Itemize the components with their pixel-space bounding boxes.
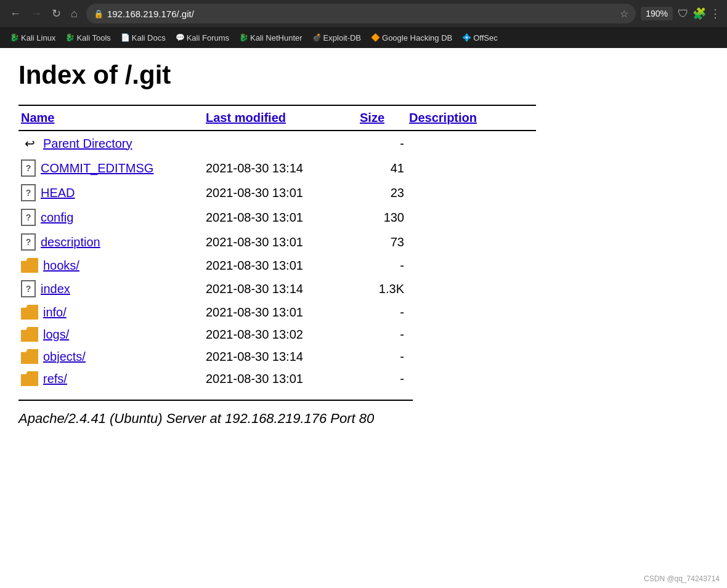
td-name-10: refs/	[18, 368, 203, 390]
bookmark-favicon-kali-tools: 🐉	[65, 33, 74, 42]
td-size-9: -	[357, 345, 407, 368]
td-modified-2: 2021-08-30 13:01	[203, 180, 357, 205]
bookmark-item-kali-docs[interactable]: 📄Kali Docs	[117, 32, 169, 44]
shield-button[interactable]: 🛡	[678, 7, 689, 20]
back-button[interactable]: ←	[6, 6, 25, 22]
entry-link-6[interactable]: index	[41, 282, 70, 296]
td-name-9: objects/	[18, 345, 203, 368]
file-icon	[21, 159, 36, 177]
td-desc-1	[407, 156, 536, 180]
bookmark-favicon-kali-linux: 🐉	[10, 33, 18, 42]
folder-icon	[21, 349, 38, 364]
toolbar-right: 🛡 🧩 ⋮	[678, 7, 721, 20]
bookmark-favicon-kali-nethunter: 🐉	[239, 33, 248, 42]
td-size-1: 41	[357, 156, 407, 180]
zoom-badge: 190%	[641, 7, 673, 20]
col-name: Name	[18, 105, 203, 131]
table-row: ↩ Parent Directory -	[18, 131, 536, 156]
entry-link-5[interactable]: hooks/	[43, 259, 79, 273]
td-size-2: 23	[357, 180, 407, 205]
bookmark-item-kali-nethunter[interactable]: 🐉Kali NetHunter	[235, 32, 306, 44]
table-row: description 2021-08-30 13:01 73	[18, 230, 536, 254]
entry-link-8[interactable]: logs/	[43, 328, 69, 342]
td-size-7: -	[357, 301, 407, 323]
table-row: HEAD 2021-08-30 13:01 23	[18, 180, 536, 205]
td-modified-3: 2021-08-30 13:01	[203, 205, 357, 230]
td-size-3: 130	[357, 205, 407, 230]
entry-link-0[interactable]: Parent Directory	[43, 137, 132, 151]
td-desc-2	[407, 180, 536, 205]
bookmark-favicon-exploit-db: 💣	[312, 33, 321, 42]
file-icon	[21, 184, 36, 201]
bookmark-label-offsec: OffSec	[473, 33, 498, 42]
table-row: index 2021-08-30 13:14 1.3K	[18, 276, 536, 301]
directory-table: Name Last modified Size Description ↩ Pa…	[18, 105, 536, 390]
parent-icon: ↩	[21, 135, 38, 152]
td-desc-3	[407, 205, 536, 230]
folder-icon	[21, 371, 38, 386]
td-desc-4	[407, 230, 536, 254]
bookmark-item-offsec[interactable]: 💠OffSec	[458, 32, 502, 44]
file-icon	[21, 209, 36, 226]
td-modified-4: 2021-08-30 13:01	[203, 230, 357, 254]
entry-link-9[interactable]: objects/	[43, 350, 86, 364]
td-name-7: info/	[18, 301, 203, 323]
td-name-8: logs/	[18, 323, 203, 345]
td-desc-5	[407, 254, 536, 276]
address-input[interactable]	[107, 9, 616, 19]
td-desc-9	[407, 345, 536, 368]
bookmark-star-button[interactable]: ☆	[620, 8, 628, 20]
bookmark-item-google-hacking-db[interactable]: 🔶Google Hacking DB	[367, 32, 456, 44]
td-size-5: -	[357, 254, 407, 276]
td-desc-10	[407, 368, 536, 390]
bookmark-label-exploit-db: Exploit-DB	[323, 33, 361, 42]
td-name-2: HEAD	[18, 180, 203, 205]
entry-link-7[interactable]: info/	[43, 305, 67, 320]
col-name-link[interactable]: Name	[21, 111, 54, 124]
td-size-4: 73	[357, 230, 407, 254]
entry-link-2[interactable]: HEAD	[41, 186, 75, 200]
folder-icon	[21, 327, 38, 342]
table-row: hooks/ 2021-08-30 13:01 -	[18, 254, 536, 276]
entry-link-3[interactable]: config	[41, 211, 73, 225]
bookmark-favicon-offsec: 💠	[462, 33, 471, 42]
home-button[interactable]: ⌂	[67, 6, 81, 22]
file-icon	[21, 233, 36, 251]
td-name-5: hooks/	[18, 254, 203, 276]
td-modified-8: 2021-08-30 13:02	[203, 323, 357, 345]
td-name-4: description	[18, 230, 203, 254]
folder-icon	[21, 258, 38, 273]
bookmark-label-google-hacking-db: Google Hacking DB	[382, 33, 452, 42]
col-modified: Last modified	[203, 105, 357, 131]
td-desc-0	[407, 131, 536, 156]
forward-button[interactable]: →	[27, 6, 46, 22]
bookmark-label-kali-linux: Kali Linux	[21, 33, 55, 42]
bookmark-item-kali-linux[interactable]: 🐉Kali Linux	[6, 32, 59, 44]
td-desc-6	[407, 276, 536, 301]
entry-link-10[interactable]: refs/	[43, 372, 67, 386]
bookmark-item-kali-tools[interactable]: 🐉Kali Tools	[62, 32, 114, 44]
td-modified-5: 2021-08-30 13:01	[203, 254, 357, 276]
bookmark-label-kali-docs: Kali Docs	[132, 33, 166, 42]
bookmark-item-kali-forums[interactable]: 💬Kali Forums	[172, 32, 233, 44]
td-name-3: config	[18, 205, 203, 230]
reload-button[interactable]: ↻	[48, 6, 65, 22]
entry-link-4[interactable]: description	[41, 235, 100, 249]
col-desc-link[interactable]: Description	[409, 111, 477, 124]
td-name-6: index	[18, 276, 203, 301]
bookmark-favicon-kali-docs: 📄	[121, 33, 129, 42]
td-modified-7: 2021-08-30 13:01	[203, 301, 357, 323]
bookmark-item-exploit-db[interactable]: 💣Exploit-DB	[309, 32, 365, 44]
menu-button[interactable]: ⋮	[710, 7, 721, 20]
td-name-0: ↩ Parent Directory	[18, 131, 203, 156]
entry-link-1[interactable]: COMMIT_EDITMSG	[41, 161, 153, 175]
bookmark-favicon-kali-forums: 💬	[176, 33, 184, 42]
col-modified-link[interactable]: Last modified	[206, 111, 286, 124]
td-modified-6: 2021-08-30 13:14	[203, 276, 357, 301]
col-size-link[interactable]: Size	[360, 111, 384, 124]
bookmark-label-kali-forums: Kali Forums	[187, 33, 229, 42]
table-row: logs/ 2021-08-30 13:02 -	[18, 323, 536, 345]
address-bar-wrapper[interactable]: 🔒 ☆	[86, 4, 636, 23]
file-icon	[21, 280, 36, 297]
extensions-button[interactable]: 🧩	[692, 7, 706, 20]
